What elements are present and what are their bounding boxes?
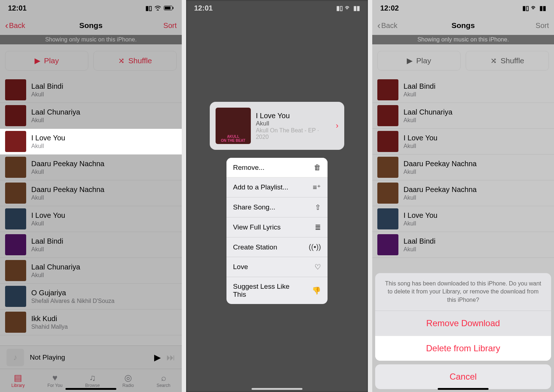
svg-rect-1: [165, 7, 170, 9]
play-button[interactable]: ▶ Play: [5, 51, 88, 71]
song-row[interactable]: I Love YouAkull: [372, 129, 554, 155]
song-title: Laal Chunariya: [31, 263, 182, 271]
menu-lyrics[interactable]: View Full Lyrics≣: [226, 217, 328, 237]
tab-label: For You: [47, 383, 62, 388]
song-row[interactable]: Daaru Peekay NachnaAkull: [0, 180, 182, 206]
song-title: Laal Bindi: [404, 237, 554, 245]
song-row[interactable]: Laal BindiAkull: [0, 232, 182, 258]
song-artist: Akull: [404, 117, 554, 124]
song-artist: Akull: [404, 246, 554, 253]
now-playing-title: Not Playing: [30, 353, 148, 361]
cancel-button[interactable]: Cancel: [375, 364, 551, 389]
song-row[interactable]: Daaru Peekay NachnaAkull: [372, 155, 554, 180]
back-button[interactable]: ‹ Back: [5, 20, 25, 31]
menu-suggest-less[interactable]: Suggest Less Like This👎: [226, 277, 328, 304]
note-icon: ♫: [89, 373, 96, 382]
song-row[interactable]: Laal ChunariyaAkull: [372, 103, 554, 129]
song-artist: Akull: [404, 169, 554, 175]
album-art: [377, 79, 398, 100]
song-artist: Akull: [31, 91, 182, 98]
menu-label: Share Song...: [233, 203, 275, 211]
chevron-left-icon: ‹: [5, 20, 8, 31]
now-playing-bar[interactable]: ♪ Not Playing ▶ ⏭: [0, 345, 182, 369]
wifi-icon: ᯤ: [531, 4, 537, 12]
menu-label: Add to a Playlist...: [233, 183, 288, 191]
tab-search[interactable]: ⌕Search: [157, 373, 170, 388]
menu-station[interactable]: Create Station((•)): [226, 237, 328, 257]
song-row-highlighted[interactable]: I Love YouAkull: [0, 129, 182, 155]
shuffle-icon: ⤨: [118, 56, 125, 65]
song-title: Daaru Peekay Nachna: [404, 185, 554, 194]
nav-bar: ‹ Back Songs Sort: [0, 16, 182, 35]
menu-remove[interactable]: Remove...🗑: [226, 158, 328, 177]
delete-from-library-button[interactable]: Delete from Library: [375, 336, 551, 361]
song-title: O Gujariya: [31, 289, 182, 297]
song-title: Daaru Peekay Nachna: [31, 160, 182, 168]
song-row[interactable]: Laal BindiAkull: [372, 77, 554, 103]
home-indicator[interactable]: [438, 388, 489, 390]
song-row[interactable]: Laal BindiAkull: [372, 232, 554, 258]
play-label: Play: [416, 56, 431, 65]
song-artist: Akull: [31, 272, 182, 279]
play-button[interactable]: ▶Play: [377, 51, 461, 71]
song-row[interactable]: Laal ChunariyaAkull: [0, 103, 182, 129]
back-button[interactable]: ‹ Back: [377, 20, 397, 31]
shuffle-button[interactable]: ⤨ Shuffle: [93, 51, 177, 71]
context-menu: Remove...🗑 Add to a Playlist...≡⁺ Share …: [226, 158, 328, 304]
status-indicators: ▮▯ ᯤ ▮▮: [522, 4, 546, 12]
menu-add-playlist[interactable]: Add to a Playlist...≡⁺: [226, 177, 328, 197]
album-art: [377, 157, 398, 178]
heart-icon: ♡: [314, 263, 321, 271]
status-time: 12:01: [8, 4, 27, 12]
song-artist: Akull: [404, 143, 554, 149]
context-song-card[interactable]: AKULLON THE BEAT I Love You Akull Akull …: [210, 102, 344, 150]
page-title: Songs: [0, 21, 182, 30]
song-artist: Akull: [404, 220, 554, 227]
album-art: AKULLON THE BEAT: [216, 108, 251, 144]
shuffle-button[interactable]: ⤨Shuffle: [466, 51, 549, 71]
album-art: [5, 286, 26, 307]
song-artist: Akull: [31, 195, 182, 201]
menu-label: Love: [233, 263, 248, 271]
song-row[interactable]: I Love YouAkull: [372, 206, 554, 232]
song-title: Laal Bindi: [404, 82, 554, 91]
tab-browse[interactable]: ♫Browse: [85, 373, 100, 388]
song-row[interactable]: I Love YouAkull: [0, 206, 182, 232]
song-row[interactable]: O GujariyaShefali Alvares & Nikhil D'Sou…: [0, 284, 182, 309]
song-row[interactable]: Daaru Peekay NachnaAkull: [372, 180, 554, 206]
status-indicators: ▮▯: [145, 4, 174, 12]
song-artist: Akull: [31, 143, 182, 149]
broadcast-icon: ((•)): [309, 243, 321, 251]
tab-for-you[interactable]: ♥For You: [47, 373, 62, 388]
play-icon[interactable]: ▶: [154, 352, 161, 363]
menu-label: Suggest Less Like This: [233, 283, 298, 299]
song-row[interactable]: Daaru Peekay NachnaAkull: [0, 155, 182, 180]
song-title: I Love You: [404, 134, 554, 142]
song-row[interactable]: Laal ChunariyaAkull: [0, 258, 182, 284]
home-indicator[interactable]: [252, 388, 302, 390]
song-row[interactable]: Ikk KudiShahid Mallya: [0, 309, 182, 335]
song-artist: Akull: [31, 220, 182, 227]
menu-love[interactable]: Love♡: [226, 257, 328, 277]
menu-label: View Full Lyrics: [233, 223, 281, 231]
sort-button[interactable]: Sort: [163, 21, 177, 30]
song-artist: Akull: [31, 117, 182, 124]
wifi-icon: [154, 5, 161, 11]
menu-label: Create Station: [233, 243, 277, 251]
remove-download-button[interactable]: Remove Download: [375, 311, 551, 336]
chevron-right-icon: ›: [336, 121, 338, 131]
context-song-artist: Akull: [256, 120, 331, 127]
tab-radio[interactable]: ◎Radio: [123, 373, 134, 388]
album-art: [5, 79, 26, 100]
back-label: Back: [381, 21, 397, 30]
forward-icon[interactable]: ⏭: [166, 352, 175, 363]
song-row[interactable]: Laal BindiAkull: [0, 77, 182, 103]
song-title: I Love You: [31, 134, 182, 142]
sort-button[interactable]: Sort: [535, 21, 549, 30]
home-indicator[interactable]: [65, 388, 116, 390]
album-art: [5, 312, 26, 333]
filter-banner: Showing only music on this iPhone.: [0, 35, 182, 44]
tab-label: Search: [157, 383, 170, 388]
tab-library[interactable]: ▤Library: [11, 373, 25, 388]
menu-share[interactable]: Share Song...⇧: [226, 197, 328, 217]
